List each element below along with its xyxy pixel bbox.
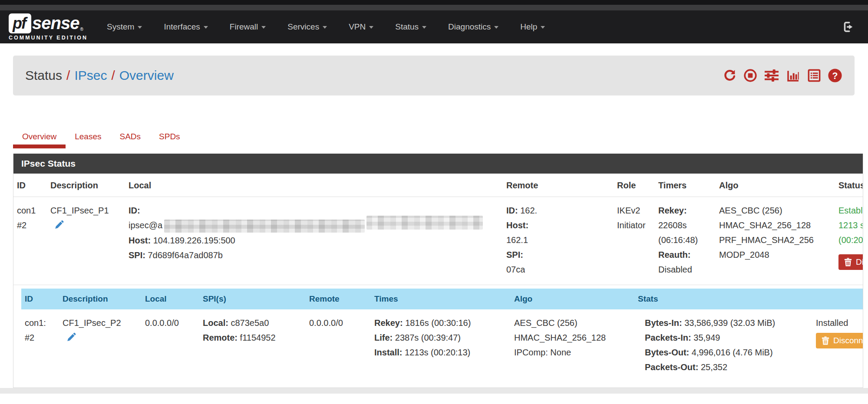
trash-icon <box>844 258 852 266</box>
sub-tabs: Overview Leases SADs SPDs <box>13 132 868 141</box>
stop-icon[interactable] <box>743 69 757 82</box>
breadcrumb-overview-link[interactable]: Overview <box>119 68 174 82</box>
redacted-remote-spi <box>525 265 590 276</box>
chevron-down-icon <box>541 26 545 29</box>
col-header-role: Role <box>614 174 655 197</box>
col-header-timers: Timers <box>655 174 716 197</box>
child-col-id: ID <box>21 289 59 309</box>
menu-system[interactable]: System <box>107 22 142 32</box>
ike-cell-remote: ID: 162. Host: 162.1 SPI: 07ca <box>503 197 614 285</box>
child-cell-spis: Local: c873e5a0 Remote: f1154952 <box>199 309 306 381</box>
chevron-down-icon <box>422 26 426 29</box>
pfsense-logo[interactable]: pf sense ® COMMUNITY EDITION <box>9 13 88 41</box>
menu-diagnostics[interactable]: Diagnostics <box>448 22 498 32</box>
help-icon[interactable]: ? <box>828 68 842 83</box>
child-cell-stats: Bytes-In: 33,586,939 (32.03 MiB) Packets… <box>634 309 812 381</box>
ike-cell-role: IKEv2Initiator <box>614 197 655 285</box>
col-header-algo: Algo <box>716 174 835 197</box>
breadcrumb: Status/IPsec/Overview <box>25 68 174 83</box>
chevron-down-icon <box>138 26 142 29</box>
redacted-local-id <box>164 220 365 233</box>
redacted-remote-id <box>537 206 598 217</box>
ipsec-status-panel: IPsec Status ID Description Local Remote… <box>13 154 863 388</box>
child-col-local: Local <box>142 289 199 309</box>
top-navbar: pf sense ® COMMUNITY EDITION System Inte… <box>0 10 868 43</box>
tab-overview[interactable]: Overview <box>13 132 66 141</box>
sign-out-icon[interactable] <box>842 21 855 33</box>
menu-interfaces[interactable]: Interfaces <box>164 22 208 32</box>
child-disconnect-button[interactable]: Disconnect <box>816 333 863 348</box>
sliders-icon[interactable] <box>764 69 779 82</box>
menu-services[interactable]: Services <box>287 22 327 32</box>
browser-tab-strip <box>0 5 868 10</box>
page-footer-strip <box>0 388 868 394</box>
chevron-down-icon <box>204 26 208 29</box>
menu-status[interactable]: Status <box>395 22 426 32</box>
child-cell-description: CF1_IPsec_P2 <box>59 309 142 381</box>
child-sa-table-wrap: ID Description Local SPI(s) Remote Times… <box>21 289 863 381</box>
breadcrumb-separator: / <box>62 68 74 82</box>
ike-cell-id: con1#2 <box>13 197 47 285</box>
refresh-icon[interactable] <box>723 69 737 82</box>
chevron-down-icon <box>261 26 266 29</box>
child-col-description: Description <box>59 289 142 309</box>
child-col-stats: Stats <box>634 289 812 309</box>
edit-pencil-icon[interactable] <box>66 332 76 342</box>
ike-cell-local: ID: ipsec@a Host: 104.189.226.195:500 SP… <box>125 197 503 285</box>
ike-cell-algo: AES_CBC (256) HMAC_SHA2_256_128 PRF_HMAC… <box>716 197 835 285</box>
child-col-spis: SPI(s) <box>199 289 306 309</box>
main-menu: System Interfaces Firewall Services VPN … <box>107 22 545 32</box>
child-cell-id: con1:#2 <box>21 309 59 381</box>
redacted-local-id-2 <box>366 216 483 230</box>
child-col-remote: Remote <box>306 289 371 309</box>
menu-firewall[interactable]: Firewall <box>230 22 266 32</box>
chevron-down-icon <box>369 26 373 29</box>
chevron-down-icon <box>494 26 498 29</box>
col-header-id: ID <box>13 174 47 197</box>
tab-sads[interactable]: SADs <box>110 132 150 141</box>
child-col-algo: Algo <box>511 289 634 309</box>
chevron-down-icon <box>323 26 327 29</box>
bar-chart-icon[interactable] <box>786 69 801 82</box>
col-header-remote: Remote <box>503 174 614 197</box>
tab-leases[interactable]: Leases <box>66 132 110 141</box>
child-col-extra <box>812 289 863 309</box>
child-cell-state: Installed Disconnect <box>812 309 863 381</box>
child-cell-algo: AES_CBC (256) HMAC_SHA2_256_128 IPComp: … <box>511 309 634 381</box>
pf-logo-text: pf <box>13 14 27 33</box>
sense-logo-text: sense <box>32 13 79 33</box>
trash-icon <box>822 336 829 345</box>
col-header-local: Local <box>125 174 503 197</box>
page-action-icons: ? <box>723 68 842 83</box>
community-edition-label: COMMUNITY EDITION <box>9 35 88 41</box>
ike-cell-timers: Rekey: 22608s (06:16:48) Reauth: Disable… <box>655 197 716 285</box>
pf-logo-box: pf <box>9 13 31 33</box>
breadcrumb-panel: Status/IPsec/Overview <box>13 56 855 95</box>
breadcrumb-status: Status <box>25 68 62 82</box>
disconnect-button[interactable]: Disconnect <box>838 254 863 270</box>
child-cell-local: 0.0.0.0/0 <box>142 309 199 381</box>
breadcrumb-separator: / <box>107 68 119 82</box>
col-header-description: Description <box>47 174 125 197</box>
child-cell-remote: 0.0.0.0/0 <box>306 309 371 381</box>
col-header-status: Status <box>835 174 863 197</box>
ike-cell-description: CF1_IPsec_P1 <box>47 197 125 285</box>
child-col-times: Times <box>371 289 511 309</box>
ike-table: ID Description Local Remote Role Timers … <box>13 174 863 285</box>
redacted-remote-host <box>528 235 593 246</box>
window-top-strip <box>0 0 868 5</box>
breadcrumb-ipsec-link[interactable]: IPsec <box>74 68 107 82</box>
edit-pencil-icon[interactable] <box>54 220 64 230</box>
log-list-icon[interactable] <box>807 69 821 82</box>
registered-mark: ® <box>80 27 83 32</box>
panel-title: IPsec Status <box>13 154 863 174</box>
status-established: Established <box>838 206 863 215</box>
installed-state: Installed <box>816 318 848 328</box>
ike-cell-status: Established 1213 seconds (00:20:13) Disc… <box>835 197 863 285</box>
menu-help[interactable]: Help <box>520 22 545 32</box>
child-cell-times: Rekey: 1816s (00:30:16) Life: 2387s (00:… <box>371 309 511 381</box>
menu-vpn[interactable]: VPN <box>349 22 373 32</box>
child-sa-table: ID Description Local SPI(s) Remote Times… <box>21 289 863 381</box>
svg-text:?: ? <box>832 71 838 81</box>
tab-spds[interactable]: SPDs <box>150 132 189 141</box>
